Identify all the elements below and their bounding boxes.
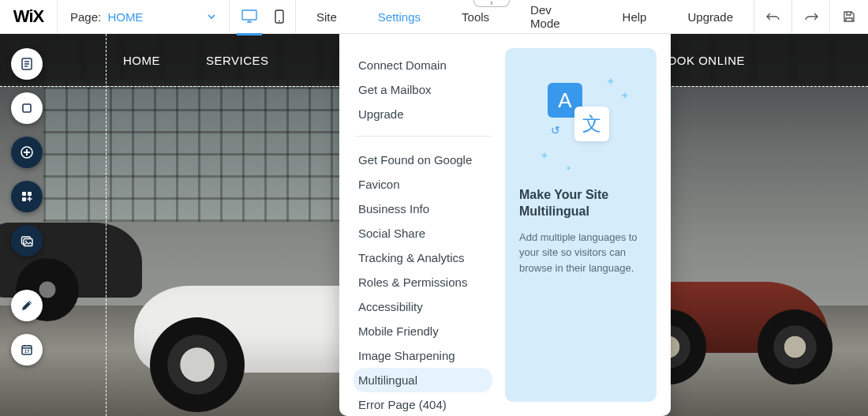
menu-upgrade[interactable]: Upgrade: [667, 0, 754, 33]
settings-upgrade[interactable]: Upgrade: [354, 102, 492, 126]
settings-get-mailbox[interactable]: Get a Mailbox: [354, 77, 492, 102]
rail-bookings-button[interactable]: 17: [11, 334, 43, 365]
svg-rect-6: [22, 192, 26, 196]
sitenav-book-online[interactable]: BOOK ONLINE: [659, 54, 745, 67]
settings-business-info[interactable]: Business Info: [354, 197, 492, 221]
top-handle: x: [473, 0, 510, 7]
settings-roles[interactable]: Roles & Permissions: [354, 270, 492, 294]
settings-error-page[interactable]: Error Page (404): [354, 392, 492, 416]
top-menus: Site Settings Tools Dev Mode Help Upgrad…: [296, 0, 754, 33]
rail-apps-button[interactable]: [11, 181, 43, 212]
rail-blog-button[interactable]: [11, 290, 43, 321]
cjk-tile-icon: 文: [574, 107, 609, 141]
rail-media-button[interactable]: [11, 225, 43, 257]
rail-add-button[interactable]: [11, 137, 43, 168]
sitenav-home[interactable]: HOME: [123, 54, 160, 67]
settings-accessibility[interactable]: Accessibility: [354, 294, 492, 319]
settings-multilingual[interactable]: Multilingual: [354, 368, 492, 392]
mobile-icon[interactable]: [271, 5, 287, 28]
promo-body: Add multiple languages to your site so v…: [519, 230, 642, 276]
guide-vertical: [106, 34, 107, 416]
multilingual-illustration: ✦✦ A 文 ↺ ✦•: [519, 62, 642, 173]
menu-site[interactable]: Site: [296, 0, 357, 33]
settings-favicon[interactable]: Favicon: [354, 172, 492, 197]
top-right-actions: [754, 0, 868, 33]
save-button[interactable]: [830, 0, 868, 33]
chevron-down-icon: [207, 12, 216, 21]
wix-logo: WiX: [0, 0, 58, 33]
svg-rect-4: [23, 104, 31, 112]
promo-title: Make Your Site Multilingual: [519, 187, 642, 220]
svg-point-2: [279, 21, 280, 22]
page-label: Page: HOME: [70, 10, 143, 24]
rail-pages-button[interactable]: [11, 48, 43, 80]
svg-rect-0: [242, 10, 256, 20]
menu-settings[interactable]: Settings: [357, 0, 441, 33]
settings-dropdown: Connect Domain Get a Mailbox Upgrade Get…: [339, 34, 671, 416]
svg-rect-8: [22, 197, 26, 201]
redo-button[interactable]: [792, 0, 830, 33]
settings-sharpening[interactable]: Image Sharpening: [354, 343, 492, 368]
settings-promo-panel: ✦✦ A 文 ↺ ✦• Make Your Site Multilingual …: [505, 48, 657, 402]
page-selector[interactable]: Page: HOME: [58, 0, 230, 33]
desktop-icon[interactable]: [238, 5, 260, 28]
undo-button[interactable]: [754, 0, 792, 33]
settings-get-found[interactable]: Get Found on Google: [354, 148, 492, 172]
rail-section-button[interactable]: [11, 92, 43, 124]
settings-tracking[interactable]: Tracking & Analytics: [354, 245, 492, 270]
sitenav-services[interactable]: SERVICES: [206, 54, 269, 67]
menu-help[interactable]: Help: [602, 0, 668, 33]
left-rail: 17: [11, 48, 43, 365]
menu-devmode[interactable]: Dev Mode: [510, 0, 602, 33]
settings-social-share[interactable]: Social Share: [354, 221, 492, 245]
svg-text:17: 17: [24, 349, 30, 354]
settings-mobile[interactable]: Mobile Friendly: [354, 319, 492, 343]
device-switch: [230, 0, 296, 33]
editor-top-bar: WiX Page: HOME Site Settings Tools Dev M…: [0, 0, 868, 34]
svg-rect-7: [28, 192, 32, 196]
svg-point-11: [25, 241, 27, 242]
swap-arrow-icon: ↺: [551, 124, 560, 137]
settings-connect-domain[interactable]: Connect Domain: [354, 53, 492, 77]
settings-menu-list: Connect Domain Get a Mailbox Upgrade Get…: [354, 48, 492, 402]
